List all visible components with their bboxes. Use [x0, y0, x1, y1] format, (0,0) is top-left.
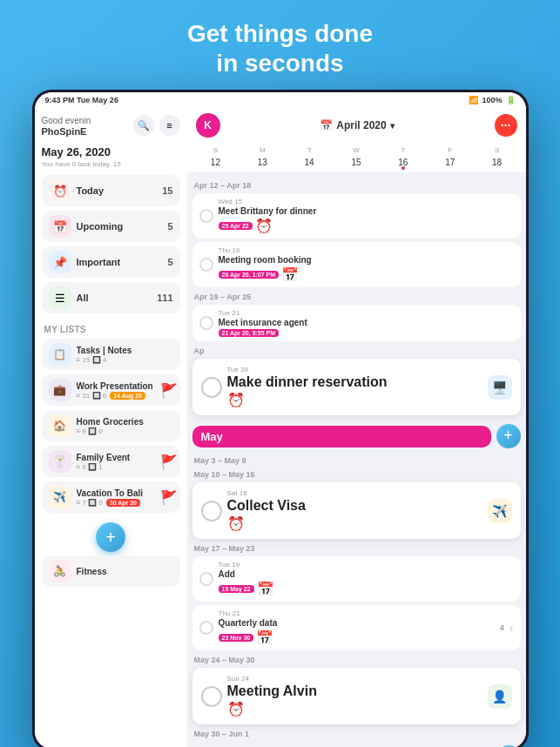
cal-header-t: T	[286, 146, 333, 154]
task-card-meeting-alvin[interactable]: Sun 24 Meeting Alvin ⏰ 👤	[192, 668, 521, 724]
smart-list-today[interactable]: ⏰ Today 15	[42, 175, 180, 206]
task-checkbox-1[interactable]	[199, 209, 213, 223]
battery-icon: 🔋	[506, 96, 516, 104]
battery-label: 100%	[482, 96, 502, 104]
task-6-tag: 19 May 22	[219, 585, 254, 593]
work-badge: 14 Aug 20	[110, 392, 145, 400]
smart-list-important-label: Important	[77, 257, 168, 267]
cal-header-m: M	[239, 146, 286, 154]
calendar-grid: S M T W T F S 12 13 14 15	[187, 143, 526, 172]
week-sep-may17: May 17 – May 23	[192, 544, 521, 553]
task-5-clock: ⏰	[227, 515, 245, 532]
list-vacation-name: Vacation To Bali	[77, 488, 165, 498]
task-2-cal: 📅	[281, 266, 299, 283]
my-lists-label: My Lists	[44, 325, 180, 334]
list-tasks-notes-meta: ≡ 15 🔲 4	[77, 356, 107, 364]
calendar-month-label: 📅 April 2020 ▾	[320, 119, 394, 131]
filter-button[interactable]: ≡	[159, 115, 180, 136]
task-checkbox-4[interactable]	[201, 377, 222, 398]
smart-list-all[interactable]: ☰ All 111	[42, 282, 180, 313]
task-8-name: Meeting Alvin	[227, 683, 482, 699]
task-card-add[interactable]: Tue 19 Add 19 May 22 📅	[192, 556, 521, 602]
device-screen: 9:43 PM Tue May 26 📶 100% 🔋 Good evenin …	[35, 92, 526, 747]
work-flag-icon: 🚩	[165, 386, 173, 394]
task-checkbox-3[interactable]	[199, 316, 213, 330]
task-8-clock: ⏰	[227, 701, 245, 717]
may-add-button[interactable]: +	[496, 424, 521, 448]
task-checkbox-8[interactable]	[201, 686, 222, 707]
cal-day-16[interactable]: 16	[380, 156, 427, 169]
calendar-nav-avatar[interactable]: K	[196, 113, 220, 138]
task-7-name: Quarterly data	[219, 618, 495, 628]
task-3-tag: 21 Apr 20, 9:55 PM	[219, 329, 280, 337]
task-2-tag: 28 Apr 20, 1:07 PM	[219, 271, 280, 279]
smart-list-all-count: 111	[157, 293, 172, 303]
smart-list-all-label: All	[77, 293, 158, 303]
headline-line2: in seconds	[216, 50, 343, 77]
cal-day-18[interactable]: 18	[474, 156, 521, 169]
list-work-name: Work Presentation	[77, 381, 165, 391]
smart-list-upcoming-count: 5	[167, 221, 172, 232]
smart-list-today-label: Today	[77, 185, 163, 196]
list-item-work-presentation[interactable]: 💼 Work Presentation ≡ 21 🔲 6 14 Aug 20 🚩	[42, 374, 180, 406]
sidebar-header: Good evenin PhoSpinE	[42, 115, 91, 137]
task-checkbox-6[interactable]	[199, 572, 213, 586]
cal-header-s2: S	[474, 146, 521, 154]
list-item-home-groceries[interactable]: 🏠 Home Groceries ≡ 9 🔲 0	[42, 410, 180, 441]
week-sep-apr19: Apr 19 – Apr 25	[192, 293, 521, 301]
chevron-down-icon: ▾	[390, 121, 395, 131]
task-7-date: Thu 21	[219, 609, 495, 617]
add-fab[interactable]: +	[96, 522, 125, 552]
task-card-dinner-reservation[interactable]: Tue 28 Make dinner reservation ⏰ 🖥️	[192, 359, 521, 415]
smart-list-upcoming[interactable]: 📅 Upcoming 5	[42, 211, 180, 242]
list-item-tasks-notes[interactable]: 📋 Tasks | Notes ≡ 15 🔲 4	[42, 339, 180, 370]
task-1-name: Meet Brittany for dinner	[219, 206, 514, 216]
cal-header-t2: T	[380, 146, 427, 154]
week-sep-apr26: Ap	[192, 347, 521, 355]
cal-day-12[interactable]: 12	[192, 156, 240, 169]
list-tasks-notes-name: Tasks | Notes	[77, 346, 173, 355]
smart-list-important[interactable]: 📌 Important 5	[42, 246, 180, 278]
smart-list-today-count: 15	[162, 185, 172, 196]
cal-day-15[interactable]: 15	[333, 156, 380, 169]
cal-header-s: S	[192, 146, 240, 154]
calendar-more-button[interactable]: ···	[495, 114, 517, 137]
list-item-fitness[interactable]: 🚴 Fitness	[42, 555, 180, 587]
list-item-family-event[interactable]: 🍸 Family Event ≡ 6 🔲 1 🚩	[42, 446, 180, 477]
task-card-quarterly[interactable]: Thu 21 Quarterly data 23 Nov 30 📅 4 ‹	[192, 605, 521, 650]
task-5-name: Collect Visa	[227, 498, 482, 514]
task-card-insurance[interactable]: Tue 21 Meet insurance agent 21 Apr 20, 9…	[192, 305, 521, 341]
calendar-month-icon: 📅	[320, 119, 333, 131]
task-card-collect-visa[interactable]: Sat 16 Collect Visa ⏰ ✈️	[192, 482, 521, 539]
week-sep-may10: May 10 – May 16	[192, 470, 521, 479]
task-6-date: Tue 19	[219, 561, 514, 569]
list-fitness-name: Fitness	[77, 567, 173, 576]
task-3-date: Tue 21	[219, 309, 514, 317]
list-item-vacation-bali[interactable]: ✈️ Vacation To Bali ≡ 7 🔲 0 30 Apr 20 🚩	[42, 481, 180, 513]
task-2-name: Meeting room booking	[219, 255, 514, 265]
sidebar-date: May 26, 2020	[42, 145, 180, 158]
cal-day-14[interactable]: 14	[286, 156, 333, 169]
task-checkbox-2[interactable]	[199, 258, 213, 272]
task-list: Apr 12 – Apr 18 Wed 15 Meet Brittany for…	[187, 172, 526, 747]
task-card-meet-brittany[interactable]: Wed 15 Meet Brittany for dinner 25 Apr 2…	[192, 193, 521, 239]
username-text: PhoSpinE	[42, 126, 91, 137]
week-sep-may3: May 3 – May 9	[192, 456, 521, 465]
headline: Get things done in seconds	[187, 19, 373, 77]
task-5-icon: ✈️	[488, 499, 512, 523]
wifi-icon: 📶	[469, 96, 478, 104]
task-2-date: Thu 16	[219, 246, 514, 254]
task-3-name: Meet insurance agent	[219, 318, 514, 327]
task-7-tag: 23 Nov 30	[219, 634, 254, 642]
cal-day-17[interactable]: 17	[427, 156, 474, 169]
device-frame: 9:43 PM Tue May 26 📶 100% 🔋 Good evenin …	[32, 90, 529, 747]
task-checkbox-7[interactable]	[199, 621, 213, 635]
task-6-name: Add	[219, 569, 514, 579]
calendar-month-text: April 2020	[336, 119, 386, 131]
vacation-badge: 30 Apr 20	[106, 499, 140, 507]
task-card-meeting-room[interactable]: Thu 16 Meeting room booking 28 Apr 20, 1…	[192, 242, 521, 287]
cal-day-13[interactable]: 13	[239, 156, 286, 169]
cal-header-f: F	[427, 146, 474, 154]
search-button[interactable]: 🔍	[133, 115, 154, 136]
task-checkbox-5[interactable]	[201, 501, 222, 522]
